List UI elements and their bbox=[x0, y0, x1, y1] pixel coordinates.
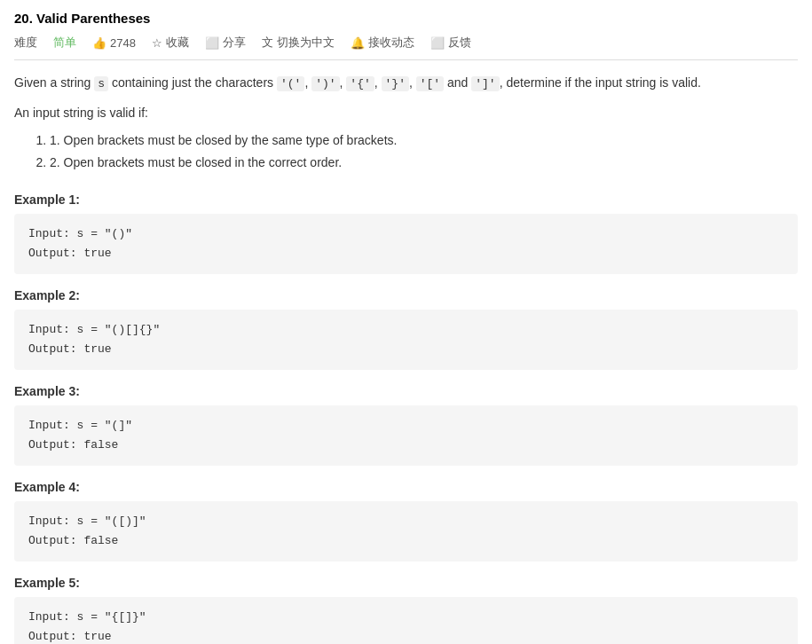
difficulty-label: 难度 bbox=[14, 35, 37, 51]
valid-if-text: An input string is valid if: bbox=[14, 103, 798, 122]
example-5-code: Input: s = "{[]}" Output: true bbox=[14, 597, 798, 644]
rules-list: 1. Open brackets must be closed by the s… bbox=[50, 130, 798, 174]
likes-count: 2748 bbox=[110, 36, 136, 50]
example-2-title: Example 2: bbox=[14, 288, 798, 302]
example-4-output: Output: false bbox=[28, 531, 784, 551]
problem-intro: Given a string s containing just the cha… bbox=[14, 73, 798, 94]
example-1-code: Input: s = "()" Output: true bbox=[14, 214, 798, 274]
translate-label: 切换为中文 bbox=[277, 35, 335, 51]
example-3-input: Input: s = "(]" bbox=[28, 416, 784, 436]
example-2-input: Input: s = "()[]{}" bbox=[28, 320, 784, 340]
rule-1: 1. Open brackets must be closed by the s… bbox=[50, 130, 798, 152]
collect-button[interactable]: ☆ 收藏 bbox=[152, 35, 189, 51]
example-5: Example 5: Input: s = "{[]}" Output: tru… bbox=[14, 576, 798, 644]
collect-label: 收藏 bbox=[166, 35, 189, 51]
example-5-title: Example 5: bbox=[14, 576, 798, 590]
feedback-icon: ⬜ bbox=[430, 36, 445, 50]
example-1-title: Example 1: bbox=[14, 192, 798, 207]
example-2-output: Output: true bbox=[28, 340, 784, 359]
example-4-title: Example 4: bbox=[14, 480, 798, 494]
thumbs-up-icon: 👍 bbox=[92, 36, 106, 50]
likes-button[interactable]: 👍 2748 bbox=[92, 36, 136, 50]
star-icon: ☆ bbox=[152, 36, 162, 50]
example-3-title: Example 3: bbox=[14, 384, 798, 398]
bell-icon: 🔔 bbox=[351, 36, 365, 50]
example-1: Example 1: Input: s = "()" Output: true bbox=[14, 192, 798, 274]
example-1-output: Output: true bbox=[28, 244, 784, 263]
example-4-input: Input: s = "([)]" bbox=[28, 512, 784, 531]
example-5-output: Output: true bbox=[28, 627, 784, 644]
share-button[interactable]: ⬜ 分享 bbox=[205, 35, 246, 51]
example-5-input: Input: s = "{[]}" bbox=[28, 608, 784, 627]
example-3-code: Input: s = "(]" Output: false bbox=[14, 405, 798, 466]
example-1-input: Input: s = "()" bbox=[28, 224, 784, 244]
example-3-output: Output: false bbox=[28, 436, 784, 455]
translate-button[interactable]: 文 切换为中文 bbox=[262, 35, 335, 51]
share-label: 分享 bbox=[223, 35, 246, 51]
rule-2: 2. Open brackets must be closed in the c… bbox=[50, 152, 798, 174]
subscribe-button[interactable]: 🔔 接收动态 bbox=[351, 35, 414, 51]
example-4: Example 4: Input: s = "([)]" Output: fal… bbox=[14, 480, 798, 562]
example-3: Example 3: Input: s = "(]" Output: false bbox=[14, 384, 798, 466]
subscribe-label: 接收动态 bbox=[368, 35, 414, 51]
difficulty-value: 简单 bbox=[53, 35, 76, 51]
example-2: Example 2: Input: s = "()[]{}" Output: t… bbox=[14, 288, 798, 370]
feedback-label: 反馈 bbox=[448, 35, 471, 51]
examples-container: Example 1: Input: s = "()" Output: true … bbox=[14, 192, 798, 644]
share-icon: ⬜ bbox=[205, 36, 219, 50]
feedback-button[interactable]: ⬜ 反馈 bbox=[430, 35, 471, 51]
page-title: 20. Valid Parentheses bbox=[14, 11, 798, 26]
example-4-code: Input: s = "([)]" Output: false bbox=[14, 501, 798, 562]
translate-icon: 文 bbox=[262, 35, 273, 51]
toolbar: 难度 简单 👍 2748 ☆ 收藏 ⬜ 分享 文 切换为中文 🔔 接收动态 ⬜ … bbox=[14, 35, 798, 60]
example-2-code: Input: s = "()[]{}" Output: true bbox=[14, 310, 798, 370]
